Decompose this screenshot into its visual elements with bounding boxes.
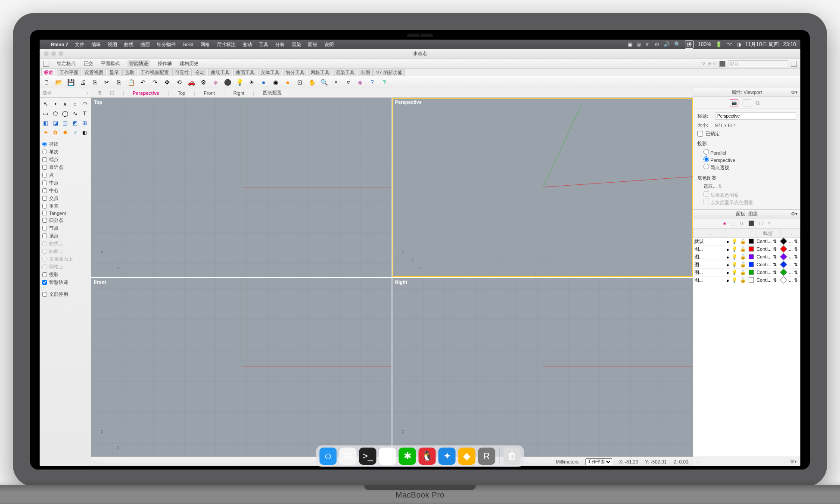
menu-dimension[interactable]: 尺寸标注: [217, 41, 236, 48]
zoom-extents-icon[interactable]: ⊡: [296, 78, 304, 87]
material-tab-icon[interactable]: [743, 100, 751, 106]
circle-icon[interactable]: ⊕ ⊙: [708, 61, 717, 66]
osnap-3[interactable]: 最近点: [42, 163, 88, 171]
osnap-9[interactable]: Tangent: [42, 210, 88, 216]
menu-subd[interactable]: 细分物件: [157, 41, 176, 48]
viewport-grid-icon[interactable]: ⊞: [97, 90, 101, 96]
monitor-icon[interactable]: 🖵: [759, 221, 763, 226]
print-icon[interactable]: 🖨: [78, 78, 87, 87]
dock-qq[interactable]: 🐧: [419, 448, 436, 465]
dock-finder[interactable]: ☺: [320, 448, 337, 465]
render-car-icon[interactable]: 🚗: [187, 78, 196, 87]
dock-chrome[interactable]: ◎: [379, 448, 396, 465]
col-linetype[interactable]: 线型: [756, 229, 780, 238]
save-icon[interactable]: 💾: [66, 78, 75, 87]
remove-layer-icon[interactable]: −: [703, 459, 705, 464]
tab-standard[interactable]: 标准: [41, 68, 56, 76]
render-icon[interactable]: ◉: [271, 78, 280, 87]
dock-terminal[interactable]: >_: [359, 448, 376, 465]
history-toggle[interactable]: 建构历史: [180, 60, 199, 67]
osnap-0[interactable]: 持续: [42, 140, 88, 148]
layer-row[interactable]: 图...●💡🔓Conti... ⇅... ⇅: [694, 277, 800, 284]
shade-icon[interactable]: ●: [259, 78, 268, 87]
zoom-icon[interactable]: 🔍: [320, 78, 328, 87]
menu-curve[interactable]: 曲线: [124, 41, 134, 48]
screenshot-icon[interactable]: ▣: [628, 41, 632, 47]
dock-sketch[interactable]: ◆: [458, 448, 476, 465]
dock-trash[interactable]: 🗑: [504, 448, 521, 465]
select-wallpaper-dropdown[interactable]: 选取...: [703, 184, 717, 189]
cut-icon[interactable]: ✂: [103, 78, 111, 87]
toolbar-left-icon[interactable]: [43, 61, 49, 67]
osnap-17[interactable]: 投影: [42, 271, 88, 278]
osnap-6[interactable]: 中心: [42, 187, 88, 194]
menubar-circle-icon[interactable]: ◎: [637, 41, 641, 47]
filter-icon[interactable]: ▿: [702, 60, 705, 67]
gear-tool-icon[interactable]: ✿: [51, 128, 60, 137]
tab-transform[interactable]: 变动: [193, 68, 207, 76]
menu-mesh[interactable]: 网格: [200, 41, 210, 48]
menu-help[interactable]: 说明: [324, 41, 334, 48]
star-tool-icon[interactable]: ✦: [41, 128, 50, 137]
layer-row[interactable]: 默认●💡🔓Conti... ⇅... ⇅: [694, 238, 800, 246]
menu-panels[interactable]: 面板: [308, 41, 317, 48]
move-icon[interactable]: ✥: [163, 78, 171, 87]
menu-render[interactable]: 渲染: [292, 41, 301, 48]
dock-rhino[interactable]: R: [478, 448, 495, 465]
dock-wechat[interactable]: ✱: [399, 448, 416, 465]
tab-visibility[interactable]: 可见性: [172, 68, 192, 76]
osnap-10[interactable]: 四分点: [42, 216, 88, 224]
volume-icon[interactable]: 🔊: [663, 41, 670, 47]
search-icon[interactable]: 🔍: [674, 41, 681, 47]
rect-tool-icon[interactable]: ▭: [41, 109, 50, 118]
smarttrack-toggle[interactable]: 智能轨迹: [128, 60, 150, 67]
radio-two-point[interactable]: 两点透视: [697, 163, 796, 171]
osnap-4[interactable]: 点: [42, 171, 88, 179]
arc-tool-icon[interactable]: ◠: [80, 100, 89, 108]
new-icon[interactable]: 🗋: [42, 78, 51, 87]
circle-tool-icon[interactable]: ○: [71, 100, 80, 108]
viewport-tab-top[interactable]: Top: [177, 90, 185, 96]
play-icon[interactable]: ⊙: [655, 41, 659, 47]
dock-safari[interactable]: ✦: [439, 448, 456, 465]
traffic-lights[interactable]: [44, 51, 63, 56]
menu-file[interactable]: 文件: [75, 41, 84, 48]
arrow-tool-icon[interactable]: ↖: [41, 100, 50, 108]
osnap-config-icon[interactable]: ⌖: [332, 78, 340, 87]
grid-snap-toggle[interactable]: 锁定格点: [57, 60, 76, 67]
osnap-2[interactable]: 端点: [42, 156, 88, 163]
radio-parallel[interactable]: Parallel: [697, 149, 796, 156]
help-icon[interactable]: ?: [768, 221, 770, 226]
viewport-right[interactable]: Right zy: [392, 278, 693, 457]
tab-viewport-layout[interactable]: 工作视窗配置: [138, 68, 171, 76]
extrude-tool-icon[interactable]: ◧: [41, 118, 50, 127]
polygon-tool-icon[interactable]: ⬠: [51, 109, 60, 118]
box-icon[interactable]: ⬚: [731, 221, 735, 226]
osnap-1[interactable]: 单次: [42, 148, 88, 156]
menu-edit[interactable]: 编辑: [91, 41, 101, 48]
box-tool-icon[interactable]: ◫: [61, 118, 70, 127]
mesh-tool-icon[interactable]: ⊞: [80, 118, 89, 127]
trim-tool-icon[interactable]: ◐: [80, 128, 89, 137]
light-icon[interactable]: 💡: [235, 78, 244, 87]
osnap-19[interactable]: 全部停用: [42, 290, 88, 298]
menubar-date[interactable]: 11月10日 周四: [745, 41, 779, 48]
osnap-5[interactable]: 中点: [42, 179, 88, 187]
tab-cplane[interactable]: 工作平面: [57, 68, 81, 76]
tab-setview[interactable]: 设置视图: [82, 68, 106, 76]
surface-tool-icon[interactable]: ◪: [51, 118, 60, 127]
join-tool-icon[interactable]: ⫽: [71, 128, 80, 137]
osnap-7[interactable]: 交点: [42, 194, 88, 202]
viewport-tab-layout[interactable]: 图纸配置: [263, 90, 282, 96]
menu-view[interactable]: 视图: [108, 41, 117, 48]
tab-drafting[interactable]: 出图: [358, 68, 373, 76]
osnap-11[interactable]: 节点: [42, 224, 88, 232]
link-tab-icon[interactable]: ⧉: [756, 100, 764, 106]
wifi-icon[interactable]: ᯤ: [645, 41, 650, 47]
viewport-perspective[interactable]: Perspective zxy: [392, 98, 693, 277]
layers-icon[interactable]: ◈: [723, 221, 726, 226]
radio-perspective[interactable]: Perspective: [697, 156, 796, 163]
tab-solid-tools[interactable]: 实体工具: [258, 68, 282, 76]
viewport-title-input[interactable]: [715, 112, 796, 120]
properties-icon[interactable]: ⚫: [223, 78, 232, 87]
